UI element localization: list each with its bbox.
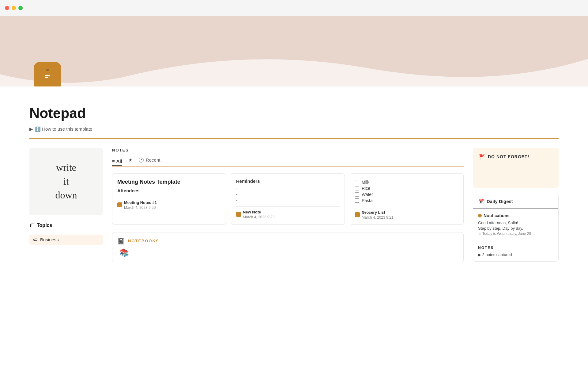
meeting-card-subtitle: Attendees (117, 188, 221, 193)
flag-icon: 🚩 (479, 154, 485, 160)
checkbox-milk (355, 180, 359, 184)
grocery-note-name: Grocery List (362, 210, 393, 215)
checklist-item-water: Water (355, 192, 458, 197)
do-not-forget-title: DO NOT FORGET! (488, 154, 529, 159)
triangle-icon: ▶ (29, 126, 33, 132)
tab-all[interactable]: ≡ All (112, 159, 122, 166)
checklist-rice-label: Rice (362, 186, 370, 191)
reminder-item-1: - (236, 186, 340, 191)
checklist-water-label: Water (362, 192, 373, 197)
notebooks-label: NOTEBOOKS (128, 239, 159, 243)
notifications-label: Notifications (484, 213, 510, 218)
svg-rect-3 (46, 69, 49, 71)
app-icon (34, 62, 61, 86)
notes-digest-block: NOTES ▶ 2 notes captured (473, 241, 558, 261)
grocery-card-footer: Grocery List March 4, 2023 9:21 (355, 207, 458, 220)
notes-digest-title: NOTES (478, 246, 553, 250)
notif-text-1: Good afternoon, Sofia! (478, 220, 553, 225)
notif-text-3: ☆ Today is Wednesday, June 28 (478, 232, 553, 236)
checkbox-rice (355, 186, 359, 190)
tag-icon: 🏷 (29, 223, 34, 228)
maximize-button[interactable] (18, 6, 23, 10)
list-icon: ≡ (112, 159, 115, 164)
close-button[interactable] (5, 6, 9, 10)
notifications-block: Notifications Good afternoon, Sofia! Ste… (473, 209, 558, 241)
tab-recent[interactable]: 🕐 Recent (138, 157, 160, 164)
template-hint[interactable]: ▶ ℹ️ How to use this template (29, 126, 559, 132)
notif-text-2: Step by step. Day by day. (478, 226, 553, 231)
notebooks-header: 📓 NOTEBOOKS (117, 237, 458, 245)
checkbox-pasta (355, 198, 359, 203)
svg-rect-1 (45, 75, 50, 76)
reminder-item-3: - (236, 198, 340, 203)
checkbox-water (355, 192, 359, 197)
note-card-newnote[interactable]: Reminders - - - New Note March 4, 2023 9… (231, 173, 345, 225)
notebook-icon-stack: 📚 (117, 248, 458, 257)
notes-digest-item-1: ▶ 2 notes captured (478, 252, 553, 257)
checklist-item-rice: Rice (355, 186, 458, 191)
template-hint-label: ℹ️ How to use this template (35, 126, 92, 132)
notifications-title: Notifications (478, 213, 553, 218)
right-sidebar: 🚩 DO NOT FORGET! 📅 Daily Digest Notifica… (473, 148, 559, 262)
note-card-grocery[interactable]: Milk Rice Water Pasta (350, 173, 464, 225)
topic-item-business[interactable]: 🏷 Business (29, 235, 103, 245)
tab-all-label: All (116, 159, 122, 164)
newnote-name: New Note (243, 210, 274, 214)
checklist-milk-label: Milk (362, 180, 369, 185)
grocery-note-date: March 4, 2023 9:21 (362, 215, 393, 220)
meeting-card-footer: Meeting Notes #1 March 4, 2023 9:50 (117, 197, 221, 210)
notes-tabs: ≡ All ★ 🕐 Recent (112, 157, 464, 167)
topics-label: Topics (37, 223, 52, 228)
notes-grid: Meeting Notes Template Attendees Meeting… (112, 173, 464, 225)
reminder-item-2: - (236, 192, 340, 197)
meeting-card-title: Meeting Notes Template (117, 178, 221, 186)
note-icon-2 (236, 212, 241, 217)
meeting-note-date: March 4, 2023 9:50 (124, 205, 157, 210)
topics-header: 🏷 Topics (29, 223, 103, 230)
checklist-pasta-label: Pasta (362, 198, 373, 203)
newnote-date: March 4, 2023 9:23 (243, 215, 274, 219)
page-content: Notepad ▶ ℹ️ How to use this template wr… (0, 105, 588, 262)
write-card: write it down (29, 148, 103, 215)
notes-section: NOTES ≡ All ★ 🕐 Recent Meeting Notes (112, 148, 464, 262)
newnote-card-footer: New Note March 4, 2023 9:23 (236, 206, 340, 219)
meeting-note-name: Meeting Notes #1 (124, 200, 157, 205)
topic-tag-icon: 🏷 (33, 237, 38, 242)
left-sidebar: write it down 🏷 Topics 🏷 Business (29, 148, 103, 247)
reminders-card-subtitle: Reminders (236, 178, 340, 184)
main-layout: write it down 🏷 Topics 🏷 Business NOTES (29, 148, 559, 262)
tab-starred[interactable]: ★ (128, 157, 132, 164)
minimize-button[interactable] (12, 6, 16, 10)
note-icon-3 (355, 212, 360, 217)
topic-business-label: Business (40, 237, 59, 242)
note-card-meeting[interactable]: Meeting Notes Template Attendees Meeting… (112, 173, 226, 225)
note-icon (117, 202, 122, 207)
checklist-item-pasta: Pasta (355, 198, 458, 203)
tab-recent-label: Recent (146, 157, 160, 163)
checklist-item-milk: Milk (355, 180, 458, 185)
titlebar (0, 0, 588, 16)
do-not-forget-widget: 🚩 DO NOT FORGET! (473, 148, 559, 188)
clock-icon: 🕐 (138, 157, 144, 163)
hero-banner (0, 16, 588, 86)
svg-rect-2 (45, 77, 48, 78)
write-card-text: write it down (55, 161, 77, 202)
calendar-icon: 📅 (478, 198, 484, 204)
topics-section: 🏷 Topics 🏷 Business (29, 223, 103, 245)
star-icon: ★ (128, 157, 132, 163)
page-title: Notepad (29, 105, 559, 121)
daily-digest-header: 📅 Daily Digest (473, 194, 558, 209)
notification-dot (478, 214, 482, 217)
do-not-forget-header: 🚩 DO NOT FORGET! (479, 154, 552, 160)
notebooks-section: 📓 NOTEBOOKS 📚 (112, 232, 464, 262)
section-divider (29, 138, 559, 139)
daily-digest-label: Daily Digest (487, 199, 513, 204)
notebook-icon: 📓 (117, 237, 126, 245)
notes-section-header: NOTES (112, 148, 464, 152)
daily-digest-widget: 📅 Daily Digest Notifications Good aftern… (473, 194, 559, 262)
